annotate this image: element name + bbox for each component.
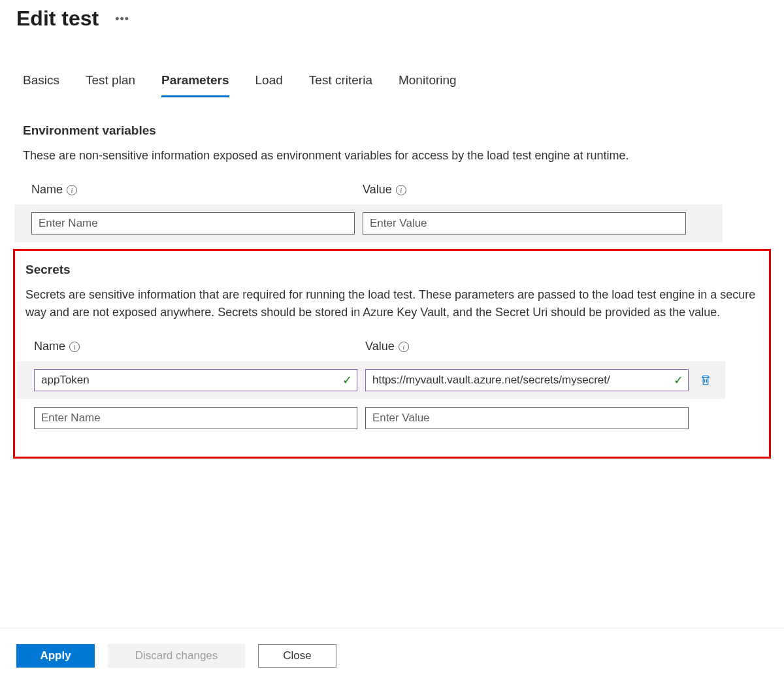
info-icon[interactable]: i xyxy=(396,185,406,195)
tab-test-plan[interactable]: Test plan xyxy=(86,73,135,97)
env-value-input[interactable] xyxy=(363,212,686,235)
secrets-name-header: Name i xyxy=(25,340,349,361)
env-name-header: Name i xyxy=(23,183,346,204)
info-icon[interactable]: i xyxy=(69,342,80,352)
secrets-value-header: Value i xyxy=(357,340,680,361)
env-value-label-text: Value xyxy=(363,183,392,197)
tab-parameters[interactable]: Parameters xyxy=(161,73,229,97)
trash-icon xyxy=(700,374,711,387)
tab-bar: Basics Test plan Parameters Load Test cr… xyxy=(0,31,784,97)
env-value-header: Value i xyxy=(354,183,678,204)
tab-load[interactable]: Load xyxy=(255,73,283,97)
secrets-title: Secrets xyxy=(25,263,759,277)
env-name-input[interactable] xyxy=(31,212,355,235)
secret-name-input-0[interactable] xyxy=(34,369,357,391)
env-vars-title: Environment variables xyxy=(23,123,761,138)
info-icon[interactable]: i xyxy=(67,185,77,195)
footer-bar: Apply Discard changes Close xyxy=(0,628,784,668)
secret-value-input-0[interactable] xyxy=(365,369,689,391)
more-icon[interactable]: ••• xyxy=(115,13,129,25)
secret-value-input-1[interactable] xyxy=(365,407,689,429)
secrets-value-label-text: Value xyxy=(365,340,395,353)
page-title: Edit test xyxy=(16,7,99,31)
secrets-highlight: Secrets Secrets are sensitive informatio… xyxy=(13,249,771,459)
tab-test-criteria[interactable]: Test criteria xyxy=(309,73,372,97)
apply-button[interactable]: Apply xyxy=(16,644,95,668)
discard-changes-button[interactable]: Discard changes xyxy=(108,644,245,668)
env-name-label-text: Name xyxy=(31,183,63,197)
secrets-name-label-text: Name xyxy=(34,340,65,353)
close-button[interactable]: Close xyxy=(258,644,336,668)
tab-monitoring[interactable]: Monitoring xyxy=(399,73,457,97)
delete-secret-button[interactable] xyxy=(696,371,715,389)
secrets-desc: Secrets are sensitive information that a… xyxy=(25,286,759,321)
info-icon[interactable]: i xyxy=(399,342,409,352)
secret-name-input-1[interactable] xyxy=(34,407,357,429)
env-vars-desc: These are non-sensitive information expo… xyxy=(23,147,761,165)
tab-basics[interactable]: Basics xyxy=(23,73,59,97)
